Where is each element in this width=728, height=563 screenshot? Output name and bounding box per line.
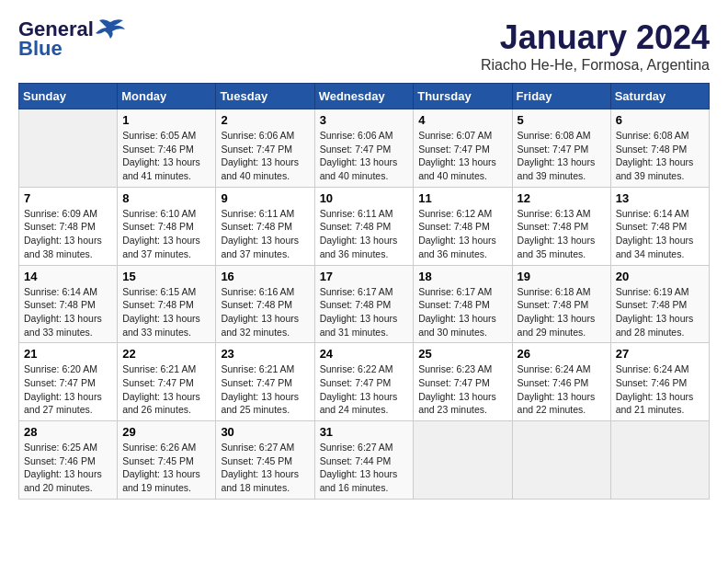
day-info: Sunrise: 6:19 AMSunset: 7:48 PMDaylight:… bbox=[616, 285, 704, 339]
day-info: Sunrise: 6:11 AMSunset: 7:48 PMDaylight:… bbox=[221, 207, 309, 261]
calendar-cell bbox=[19, 109, 118, 188]
day-number: 26 bbox=[518, 347, 606, 361]
day-number: 27 bbox=[616, 347, 704, 361]
logo-bird-icon bbox=[96, 18, 125, 39]
day-info: Sunrise: 6:12 AMSunset: 7:48 PMDaylight:… bbox=[418, 207, 506, 261]
day-number: 4 bbox=[418, 113, 506, 127]
calendar-cell: 21Sunrise: 6:20 AMSunset: 7:47 PMDayligh… bbox=[19, 343, 118, 421]
day-number: 8 bbox=[122, 191, 210, 205]
calendar-week-row: 28Sunrise: 6:25 AMSunset: 7:46 PMDayligh… bbox=[19, 421, 710, 500]
day-info: Sunrise: 6:06 AMSunset: 7:47 PMDaylight:… bbox=[221, 129, 309, 183]
page-header: General Blue January 2024 Riacho He-He, … bbox=[18, 18, 710, 74]
calendar-cell: 14Sunrise: 6:14 AMSunset: 7:48 PMDayligh… bbox=[19, 265, 118, 343]
day-info: Sunrise: 6:11 AMSunset: 7:48 PMDaylight:… bbox=[320, 207, 409, 261]
day-info: Sunrise: 6:09 AMSunset: 7:48 PMDaylight:… bbox=[24, 207, 112, 261]
day-number: 29 bbox=[122, 425, 210, 439]
calendar-cell: 31Sunrise: 6:27 AMSunset: 7:44 PMDayligh… bbox=[314, 421, 414, 500]
day-info: Sunrise: 6:05 AMSunset: 7:46 PMDaylight:… bbox=[122, 129, 210, 183]
day-info: Sunrise: 6:22 AMSunset: 7:47 PMDaylight:… bbox=[320, 362, 409, 417]
calendar-cell: 6Sunrise: 6:08 AMSunset: 7:48 PMDaylight… bbox=[610, 109, 709, 188]
day-info: Sunrise: 6:17 AMSunset: 7:48 PMDaylight:… bbox=[418, 285, 506, 339]
calendar-cell: 16Sunrise: 6:16 AMSunset: 7:48 PMDayligh… bbox=[216, 265, 314, 343]
day-number: 18 bbox=[418, 270, 506, 283]
calendar-cell: 26Sunrise: 6:24 AMSunset: 7:46 PMDayligh… bbox=[512, 343, 610, 421]
day-number: 25 bbox=[418, 347, 506, 361]
calendar-cell: 23Sunrise: 6:21 AMSunset: 7:47 PMDayligh… bbox=[216, 343, 314, 421]
calendar-cell: 25Sunrise: 6:23 AMSunset: 7:47 PMDayligh… bbox=[414, 343, 512, 421]
weekday-header-saturday: Saturday bbox=[610, 84, 709, 109]
calendar-cell: 27Sunrise: 6:24 AMSunset: 7:46 PMDayligh… bbox=[610, 343, 709, 421]
day-number: 5 bbox=[518, 113, 606, 127]
calendar-cell: 1Sunrise: 6:05 AMSunset: 7:46 PMDaylight… bbox=[118, 109, 216, 188]
calendar-cell bbox=[414, 421, 512, 500]
day-info: Sunrise: 6:10 AMSunset: 7:48 PMDaylight:… bbox=[122, 207, 210, 261]
calendar-cell bbox=[610, 421, 709, 500]
day-number: 13 bbox=[616, 191, 704, 205]
day-number: 24 bbox=[320, 347, 409, 361]
calendar-cell: 9Sunrise: 6:11 AMSunset: 7:48 PMDaylight… bbox=[216, 187, 314, 265]
weekday-header-monday: Monday bbox=[118, 84, 216, 109]
day-info: Sunrise: 6:24 AMSunset: 7:46 PMDaylight:… bbox=[616, 362, 704, 417]
calendar-header-row: SundayMondayTuesdayWednesdayThursdayFrid… bbox=[19, 84, 710, 109]
calendar-cell: 7Sunrise: 6:09 AMSunset: 7:48 PMDaylight… bbox=[19, 187, 118, 265]
calendar-cell: 29Sunrise: 6:26 AMSunset: 7:45 PMDayligh… bbox=[118, 421, 216, 500]
day-info: Sunrise: 6:14 AMSunset: 7:48 PMDaylight:… bbox=[24, 285, 112, 339]
day-info: Sunrise: 6:27 AMSunset: 7:44 PMDaylight:… bbox=[320, 441, 409, 495]
weekday-header-sunday: Sunday bbox=[19, 84, 118, 109]
calendar-cell: 13Sunrise: 6:14 AMSunset: 7:48 PMDayligh… bbox=[610, 187, 709, 265]
calendar-cell: 20Sunrise: 6:19 AMSunset: 7:48 PMDayligh… bbox=[610, 265, 709, 343]
day-number: 7 bbox=[24, 191, 112, 205]
calendar-cell: 3Sunrise: 6:06 AMSunset: 7:47 PMDaylight… bbox=[314, 109, 414, 188]
day-number: 28 bbox=[24, 425, 112, 439]
day-number: 2 bbox=[221, 113, 309, 127]
calendar-week-row: 1Sunrise: 6:05 AMSunset: 7:46 PMDaylight… bbox=[19, 109, 710, 188]
day-info: Sunrise: 6:16 AMSunset: 7:48 PMDaylight:… bbox=[221, 285, 309, 339]
day-number: 6 bbox=[616, 113, 704, 127]
weekday-header-wednesday: Wednesday bbox=[314, 84, 414, 109]
calendar-cell: 22Sunrise: 6:21 AMSunset: 7:47 PMDayligh… bbox=[118, 343, 216, 421]
day-info: Sunrise: 6:18 AMSunset: 7:48 PMDaylight:… bbox=[518, 285, 606, 339]
day-info: Sunrise: 6:27 AMSunset: 7:45 PMDaylight:… bbox=[221, 441, 309, 495]
day-info: Sunrise: 6:13 AMSunset: 7:48 PMDaylight:… bbox=[518, 207, 606, 261]
calendar-week-row: 7Sunrise: 6:09 AMSunset: 7:48 PMDaylight… bbox=[19, 187, 710, 265]
calendar-week-row: 14Sunrise: 6:14 AMSunset: 7:48 PMDayligh… bbox=[19, 265, 710, 343]
calendar-cell: 2Sunrise: 6:06 AMSunset: 7:47 PMDaylight… bbox=[216, 109, 314, 188]
day-info: Sunrise: 6:26 AMSunset: 7:45 PMDaylight:… bbox=[122, 441, 210, 495]
day-info: Sunrise: 6:23 AMSunset: 7:47 PMDaylight:… bbox=[418, 362, 506, 417]
weekday-header-friday: Friday bbox=[512, 84, 610, 109]
calendar-table: SundayMondayTuesdayWednesdayThursdayFrid… bbox=[18, 83, 710, 500]
calendar-cell: 4Sunrise: 6:07 AMSunset: 7:47 PMDaylight… bbox=[414, 109, 512, 188]
calendar-cell: 12Sunrise: 6:13 AMSunset: 7:48 PMDayligh… bbox=[512, 187, 610, 265]
day-number: 22 bbox=[122, 347, 210, 361]
day-number: 1 bbox=[122, 113, 210, 127]
calendar-cell: 11Sunrise: 6:12 AMSunset: 7:48 PMDayligh… bbox=[414, 187, 512, 265]
day-number: 15 bbox=[122, 270, 210, 283]
day-info: Sunrise: 6:25 AMSunset: 7:46 PMDaylight:… bbox=[24, 441, 112, 495]
day-number: 21 bbox=[24, 347, 112, 361]
day-number: 11 bbox=[418, 191, 506, 205]
calendar-cell bbox=[512, 421, 610, 500]
day-number: 17 bbox=[320, 270, 409, 283]
calendar-cell: 15Sunrise: 6:15 AMSunset: 7:48 PMDayligh… bbox=[118, 265, 216, 343]
day-info: Sunrise: 6:08 AMSunset: 7:48 PMDaylight:… bbox=[616, 129, 704, 183]
month-title: January 2024 bbox=[481, 18, 710, 57]
calendar-cell: 10Sunrise: 6:11 AMSunset: 7:48 PMDayligh… bbox=[314, 187, 414, 265]
day-number: 10 bbox=[320, 191, 409, 205]
day-number: 12 bbox=[518, 191, 606, 205]
day-info: Sunrise: 6:15 AMSunset: 7:48 PMDaylight:… bbox=[122, 285, 210, 339]
day-info: Sunrise: 6:21 AMSunset: 7:47 PMDaylight:… bbox=[122, 362, 210, 417]
day-number: 23 bbox=[221, 347, 309, 361]
day-number: 31 bbox=[320, 425, 409, 439]
day-number: 3 bbox=[320, 113, 409, 127]
day-number: 19 bbox=[518, 270, 606, 283]
weekday-header-thursday: Thursday bbox=[414, 84, 512, 109]
day-info: Sunrise: 6:24 AMSunset: 7:46 PMDaylight:… bbox=[518, 362, 606, 417]
weekday-header-tuesday: Tuesday bbox=[216, 84, 314, 109]
day-info: Sunrise: 6:14 AMSunset: 7:48 PMDaylight:… bbox=[616, 207, 704, 261]
day-info: Sunrise: 6:08 AMSunset: 7:47 PMDaylight:… bbox=[518, 129, 606, 183]
day-info: Sunrise: 6:21 AMSunset: 7:47 PMDaylight:… bbox=[221, 362, 309, 417]
calendar-cell: 18Sunrise: 6:17 AMSunset: 7:48 PMDayligh… bbox=[414, 265, 512, 343]
title-block: January 2024 Riacho He-He, Formosa, Arge… bbox=[481, 18, 710, 74]
calendar-cell: 5Sunrise: 6:08 AMSunset: 7:47 PMDaylight… bbox=[512, 109, 610, 188]
calendar-cell: 17Sunrise: 6:17 AMSunset: 7:48 PMDayligh… bbox=[314, 265, 414, 343]
